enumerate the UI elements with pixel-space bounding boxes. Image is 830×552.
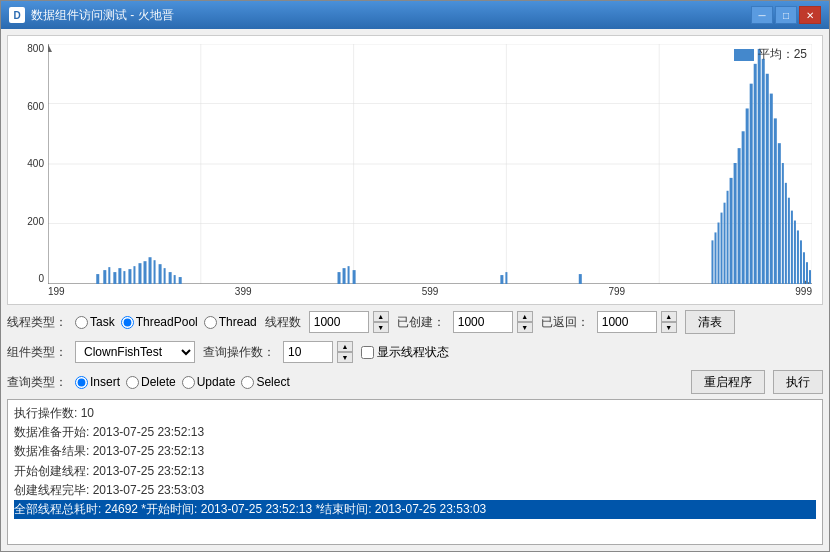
thread-count-up[interactable]: ▲ (373, 311, 389, 322)
restart-button[interactable]: 重启程序 (691, 370, 765, 394)
show-status-checkbox[interactable] (361, 346, 374, 359)
radio-task-input[interactable] (75, 316, 88, 329)
radio-select[interactable]: Select (241, 375, 289, 389)
legend-color-swatch (734, 49, 754, 61)
returned-down[interactable]: ▼ (661, 322, 677, 333)
log-line-5: 全部线程总耗时: 24692 *开始时间: 2013-07-25 23:52:1… (14, 500, 816, 519)
controls-area: 线程类型： Task ThreadPool Thread 线程数 (7, 309, 823, 395)
svg-rect-16 (108, 267, 110, 284)
log-line-4: 创建线程完毕: 2013-07-25 23:53:03 (14, 481, 816, 500)
radio-thread[interactable]: Thread (204, 315, 257, 329)
svg-rect-51 (758, 49, 761, 284)
svg-rect-40 (718, 223, 720, 284)
created-spinner: ▲ ▼ (453, 311, 533, 333)
title-bar: D 数据组件访问测试 - 火地晋 ─ □ ✕ (1, 1, 829, 29)
window-title: 数据组件访问测试 - 火地晋 (31, 7, 751, 24)
component-type-label: 组件类型： (7, 344, 67, 361)
svg-rect-48 (746, 108, 749, 284)
y-axis: 0 200 400 600 800 (8, 44, 48, 284)
query-ops-spinner: ▲ ▼ (283, 341, 353, 363)
svg-rect-44 (730, 178, 733, 284)
returned-input[interactable] (597, 311, 657, 333)
radio-task[interactable]: Task (75, 315, 115, 329)
svg-rect-52 (762, 59, 765, 284)
radio-insert-label: Insert (90, 375, 120, 389)
legend-label: 平均：25 (758, 46, 807, 63)
created-input[interactable] (453, 311, 513, 333)
thread-count-down[interactable]: ▼ (373, 322, 389, 333)
run-button[interactable]: 执行 (773, 370, 823, 394)
radio-delete[interactable]: Delete (126, 375, 176, 389)
created-up[interactable]: ▲ (517, 311, 533, 322)
svg-rect-20 (128, 269, 131, 284)
window-controls: ─ □ ✕ (751, 6, 821, 24)
x-label-199: 199 (48, 286, 65, 297)
thread-type-radio-group: Task ThreadPool Thread (75, 315, 257, 329)
log-area[interactable]: 执行操作数: 10数据准备开始: 2013-07-25 23:52:13数据准备… (7, 399, 823, 545)
query-type-radio-group: Insert Delete Update Select (75, 375, 290, 389)
show-status-checkbox-item[interactable]: 显示线程状态 (361, 344, 449, 361)
query-ops-input[interactable] (283, 341, 333, 363)
svg-rect-27 (164, 268, 166, 284)
svg-rect-41 (721, 213, 723, 284)
svg-marker-12 (48, 44, 52, 52)
minimize-button[interactable]: ─ (751, 6, 773, 24)
thread-count-spinner: ▲ ▼ (309, 311, 389, 333)
svg-rect-14 (96, 274, 99, 284)
close-button[interactable]: ✕ (799, 6, 821, 24)
svg-rect-47 (742, 131, 745, 284)
created-spinner-btns: ▲ ▼ (517, 311, 533, 333)
chart-area: 0 200 400 600 800 (7, 35, 823, 305)
returned-label: 已返回： (541, 314, 589, 331)
svg-rect-37 (579, 274, 582, 284)
svg-rect-35 (500, 275, 503, 284)
x-label-799: 799 (608, 286, 625, 297)
x-label-399: 399 (235, 286, 252, 297)
radio-update-input[interactable] (182, 376, 195, 389)
thread-count-input[interactable] (309, 311, 369, 333)
svg-rect-62 (797, 230, 799, 284)
x-axis: 199 399 599 799 999 (48, 284, 812, 304)
control-row-1: 线程类型： Task ThreadPool Thread 线程数 (7, 309, 823, 335)
radio-delete-input[interactable] (126, 376, 139, 389)
svg-rect-31 (338, 272, 341, 284)
maximize-button[interactable]: □ (775, 6, 797, 24)
radio-insert-input[interactable] (75, 376, 88, 389)
svg-rect-29 (174, 275, 176, 284)
query-ops-up[interactable]: ▲ (337, 341, 353, 352)
created-label: 已创建： (397, 314, 445, 331)
returned-up[interactable]: ▲ (661, 311, 677, 322)
radio-thread-label: Thread (219, 315, 257, 329)
svg-rect-56 (778, 143, 781, 284)
created-down[interactable]: ▼ (517, 322, 533, 333)
radio-threadpool[interactable]: ThreadPool (121, 315, 198, 329)
svg-rect-38 (711, 240, 713, 284)
svg-rect-23 (144, 261, 147, 284)
svg-rect-55 (774, 118, 777, 284)
svg-rect-39 (714, 232, 716, 284)
chart-svg (48, 44, 812, 284)
query-ops-label: 查询操作数： (203, 344, 275, 361)
log-line-3: 开始创建线程: 2013-07-25 23:52:13 (14, 462, 816, 481)
radio-threadpool-input[interactable] (121, 316, 134, 329)
svg-rect-66 (809, 270, 811, 284)
svg-rect-32 (343, 268, 346, 284)
radio-thread-input[interactable] (204, 316, 217, 329)
svg-rect-34 (353, 270, 356, 284)
radio-insert[interactable]: Insert (75, 375, 120, 389)
svg-rect-53 (766, 74, 769, 284)
component-type-select[interactable]: ClownFishTest (75, 341, 195, 363)
radio-threadpool-label: ThreadPool (136, 315, 198, 329)
svg-rect-25 (154, 260, 156, 284)
clear-button[interactable]: 清表 (685, 310, 735, 334)
svg-rect-18 (118, 268, 121, 284)
thread-type-label: 线程类型： (7, 314, 67, 331)
main-content: 0 200 400 600 800 (1, 29, 829, 551)
svg-rect-58 (785, 183, 787, 284)
svg-rect-30 (179, 277, 182, 284)
svg-rect-45 (734, 163, 737, 284)
svg-rect-46 (738, 148, 741, 284)
radio-select-input[interactable] (241, 376, 254, 389)
radio-update[interactable]: Update (182, 375, 236, 389)
query-ops-down[interactable]: ▼ (337, 352, 353, 363)
